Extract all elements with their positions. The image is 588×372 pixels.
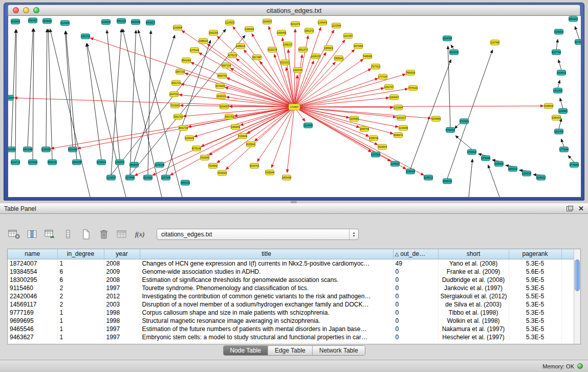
cell-pagerank[interactable]: 5.3E-5 [509, 284, 561, 292]
tab-node-table[interactable]: Node Table [223, 346, 268, 355]
cell-title[interactable]: Tourette syndrome. Phenomenology and cla… [140, 284, 393, 292]
cell-name[interactable]: 9699695 [8, 317, 57, 325]
cell-year[interactable]: 1997 [104, 333, 140, 341]
cell-in_degree[interactable]: 1 [57, 333, 104, 341]
import-table-button[interactable] [43, 228, 57, 241]
table-row[interactable]: 1872400712008Changes of HCN gene express… [8, 259, 574, 268]
cell-name[interactable]: 18300295 [8, 276, 57, 284]
cell-short[interactable]: Jankovic et al. (1997) [438, 284, 509, 292]
cell-short[interactable]: Wolkin et al. (1998) [438, 317, 509, 325]
table-row[interactable]: 1938455462009Genome-wide association stu… [8, 268, 574, 276]
cell-out[interactable]: 0 [393, 333, 438, 341]
cell-name[interactable]: 9115460 [8, 284, 57, 292]
cell-pagerank[interactable]: 5.3E-5 [509, 333, 561, 341]
column-header-title[interactable]: title [140, 249, 393, 259]
cell-pagerank[interactable]: 5.6E-5 [509, 268, 561, 276]
cell-short[interactable]: Hescheler et al. (1997) [438, 333, 509, 341]
cell-out[interactable]: 49 [393, 259, 438, 268]
cell-in_degree[interactable]: 1 [57, 259, 104, 268]
cell-name[interactable]: 22420046 [8, 292, 57, 300]
network-window-titlebar[interactable]: citations_edges.txt [8, 5, 580, 16]
cell-out[interactable]: 0 [393, 292, 438, 300]
cell-title[interactable]: Estimation of the future numbers of pati… [140, 325, 393, 333]
cell-title[interactable]: Changes of HCN gene expression and I(f) … [140, 259, 393, 268]
cell-out[interactable]: 0 [393, 309, 438, 317]
cell-name[interactable]: 9777169 [8, 309, 57, 317]
cell-year[interactable]: 2012 [104, 292, 140, 300]
table-disabled-button[interactable] [115, 228, 129, 241]
cell-short[interactable]: de Silva et al. (2003) [438, 300, 509, 309]
cell-name[interactable]: 9465546 [8, 325, 57, 333]
cell-pagerank[interactable]: 5.3E-5 [509, 317, 561, 325]
network-graph[interactable]: 2633663156145718394049120404812830416512… [8, 16, 581, 198]
cell-name[interactable]: 14569117 [8, 300, 57, 309]
column-header-out-degree[interactable]: △out_de… [393, 249, 438, 259]
cell-year[interactable]: 1998 [104, 317, 140, 325]
select-columns-button[interactable] [25, 228, 39, 241]
table-row[interactable]: 1456911722003Disruption of a novel membe… [8, 300, 574, 309]
network-canvas[interactable]: 2633663156145718394049120404812830416512… [8, 16, 581, 198]
delete-trash-button[interactable] [97, 228, 111, 241]
column-header-in-degree[interactable]: in_degree [57, 249, 104, 259]
cell-filler[interactable] [561, 284, 574, 292]
cell-in_degree[interactable]: 1 [57, 317, 104, 325]
cell-in_degree[interactable]: 2 [57, 300, 104, 309]
cell-name[interactable]: 19384554 [8, 268, 57, 276]
cell-title[interactable]: Investigating the contribution of common… [140, 292, 393, 300]
cell-out[interactable]: 0 [393, 268, 438, 276]
cell-pagerank[interactable]: 5.9E-5 [509, 276, 561, 284]
cell-pagerank[interactable]: 5.3E-5 [509, 325, 561, 333]
table-row[interactable]: 1830029562008Estimation of significance … [8, 276, 574, 284]
cell-filler[interactable] [561, 333, 574, 341]
cell-year[interactable]: 1997 [104, 325, 140, 333]
cell-short[interactable]: Yano et al. (2008) [438, 259, 509, 268]
column-header-pagerank[interactable]: pagerank [509, 249, 561, 259]
table-scrollbar[interactable] [574, 249, 580, 344]
cell-year[interactable]: 1998 [104, 309, 140, 317]
row-selector-button[interactable] [61, 228, 75, 241]
new-document-button[interactable] [79, 228, 93, 241]
tab-edge-table[interactable]: Edge Table [268, 346, 313, 355]
cell-title[interactable]: Estimation of significance thresholds fo… [140, 276, 393, 284]
cell-out[interactable]: 0 [393, 284, 438, 292]
column-header-short[interactable]: short [438, 249, 509, 259]
cell-filler[interactable] [561, 268, 574, 276]
cell-year[interactable]: 2008 [104, 259, 140, 268]
function-builder-button[interactable]: f(x) [133, 228, 147, 241]
cell-out[interactable]: 0 [393, 317, 438, 325]
table-row[interactable]: 977716911998Corpus callosum shape and si… [8, 309, 574, 317]
cell-in_degree[interactable]: 2 [57, 284, 104, 292]
cell-pagerank[interactable]: 5.5E-5 [509, 292, 561, 300]
cell-name[interactable]: 18724007 [8, 259, 57, 268]
table-row[interactable]: 2242004622012Investigating the contribut… [8, 292, 574, 300]
cell-title[interactable]: Disruption of a novel member of a sodium… [140, 300, 393, 309]
cell-pagerank[interactable]: 5.3E-5 [509, 300, 561, 309]
column-header-year[interactable]: year [104, 249, 140, 259]
cell-out[interactable]: 0 [393, 276, 438, 284]
cell-filler[interactable] [561, 325, 574, 333]
table-row[interactable]: 911546021997Tourette syndrome. Phenomeno… [8, 284, 574, 292]
cell-short[interactable]: Dudbridge et al. (2008) [438, 276, 509, 284]
table-settings-button[interactable] [7, 228, 21, 241]
cell-filler[interactable] [561, 317, 574, 325]
close-panel-icon[interactable]: ✕ [578, 205, 584, 212]
cell-year[interactable]: 2009 [104, 268, 140, 276]
cell-short[interactable]: Stergiakouli et al. (2012) [438, 292, 509, 300]
cell-pagerank[interactable]: 5.3E-5 [509, 309, 561, 317]
cell-year[interactable]: 1997 [104, 284, 140, 292]
cell-filler[interactable] [561, 300, 574, 309]
cell-year[interactable]: 2003 [104, 300, 140, 309]
cell-in_degree[interactable]: 6 [57, 268, 104, 276]
cell-title[interactable]: Structural magnetic resonance image aver… [140, 317, 393, 325]
split-handle[interactable] [291, 201, 297, 203]
float-panel-icon[interactable] [567, 206, 573, 211]
cell-in_degree[interactable]: 1 [57, 309, 104, 317]
cell-filler[interactable] [561, 309, 574, 317]
cell-out[interactable]: 0 [393, 300, 438, 309]
cell-title[interactable]: Genome-wide association studies in ADHD. [140, 268, 393, 276]
cell-title[interactable]: Corpus callosum shape and size in male p… [140, 309, 393, 317]
cell-in_degree[interactable]: 2 [57, 292, 104, 300]
cell-name[interactable]: 9463627 [8, 333, 57, 341]
table-row[interactable]: 946362711997Embryonic stem cells: a mode… [8, 333, 574, 341]
cell-year[interactable]: 2008 [104, 276, 140, 284]
